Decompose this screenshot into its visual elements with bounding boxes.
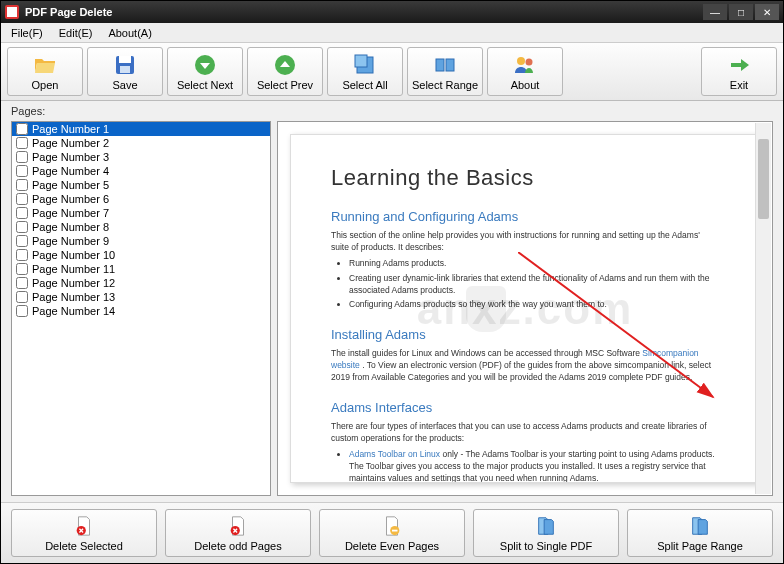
page-item-label: Page Number 9: [32, 235, 109, 247]
page-item-label: Page Number 4: [32, 165, 109, 177]
page-item-label: Page Number 11: [32, 263, 115, 275]
exit-button[interactable]: Exit: [701, 47, 777, 96]
page-list-item[interactable]: Page Number 13: [12, 290, 270, 304]
page-checkbox[interactable]: [16, 165, 28, 177]
page-checkbox[interactable]: [16, 235, 28, 247]
page-checkbox[interactable]: [16, 179, 28, 191]
save-button[interactable]: Save: [87, 47, 163, 96]
select-all-label: Select All: [342, 79, 387, 91]
page-list-item[interactable]: Page Number 12: [12, 276, 270, 290]
page-list[interactable]: Page Number 1Page Number 2Page Number 3P…: [11, 121, 271, 496]
page-list-item[interactable]: Page Number 4: [12, 164, 270, 178]
select-all-button[interactable]: Select All: [327, 47, 403, 96]
minimize-button[interactable]: —: [703, 4, 727, 20]
select-prev-label: Select Prev: [257, 79, 313, 91]
svg-point-9: [517, 57, 525, 65]
menu-edit[interactable]: Edit(E): [51, 25, 101, 41]
folder-open-icon: [33, 53, 57, 77]
delete-selected-button[interactable]: Delete Selected: [11, 509, 157, 557]
about-button[interactable]: About: [487, 47, 563, 96]
page-list-item[interactable]: Page Number 10: [12, 248, 270, 262]
preview-link[interactable]: Adams Toolbar on Linux: [349, 449, 440, 459]
split-single-label: Split to Single PDF: [500, 540, 592, 552]
page-item-label: Page Number 13: [32, 291, 115, 303]
page-delete-odd-icon: [226, 514, 250, 538]
page-checkbox[interactable]: [16, 263, 28, 275]
split-range-icon: [688, 514, 712, 538]
select-next-button[interactable]: Select Next: [167, 47, 243, 96]
preview-text: This section of the online help provides…: [331, 230, 719, 254]
titlebar: PDF Page Delete — □ ✕: [1, 1, 783, 23]
preview-list-item: Configuring Adams products so they work …: [349, 299, 719, 311]
scroll-thumb[interactable]: [758, 139, 769, 219]
page-list-item[interactable]: Page Number 6: [12, 192, 270, 206]
people-icon: [513, 53, 537, 77]
page-item-label: Page Number 1: [32, 123, 109, 135]
preview-text: There are four types of interfaces that …: [331, 421, 719, 445]
maximize-button[interactable]: □: [729, 4, 753, 20]
page-checkbox[interactable]: [16, 151, 28, 163]
about-label: About: [511, 79, 540, 91]
page-list-item[interactable]: Page Number 2: [12, 136, 270, 150]
select-range-button[interactable]: Select Range: [407, 47, 483, 96]
page-checkbox[interactable]: [16, 221, 28, 233]
split-range-label: Split Page Range: [657, 540, 743, 552]
svg-rect-8: [446, 59, 454, 71]
page-list-item[interactable]: Page Number 3: [12, 150, 270, 164]
svg-rect-7: [436, 59, 444, 71]
preview-heading: Learning the Basics: [331, 165, 719, 191]
pages-label: Pages:: [1, 101, 783, 121]
select-prev-button[interactable]: Select Prev: [247, 47, 323, 96]
page-checkbox[interactable]: [16, 193, 28, 205]
delete-odd-button[interactable]: Delete odd Pages: [165, 509, 311, 557]
delete-even-button[interactable]: Delete Even Pages: [319, 509, 465, 557]
page-list-item[interactable]: Page Number 7: [12, 206, 270, 220]
page-checkbox[interactable]: [16, 123, 28, 135]
page-list-item[interactable]: Page Number 8: [12, 220, 270, 234]
delete-even-label: Delete Even Pages: [345, 540, 439, 552]
pdf-preview-page: Learning the Basics Running and Configur…: [290, 134, 760, 483]
bottom-toolbar: Delete Selected Delete odd Pages Delete …: [1, 502, 783, 563]
split-range-button[interactable]: Split Page Range: [627, 509, 773, 557]
svg-rect-15: [392, 530, 398, 532]
open-button[interactable]: Open: [7, 47, 83, 96]
menu-file[interactable]: File(F): [3, 25, 51, 41]
page-item-label: Page Number 7: [32, 207, 109, 219]
preview-panel: anxz.com Learning the Basics Running and…: [277, 121, 773, 496]
page-list-item[interactable]: Page Number 9: [12, 234, 270, 248]
toolbar: Open Save Select Next Select Prev Select…: [1, 43, 783, 101]
page-item-label: Page Number 5: [32, 179, 109, 191]
page-checkbox[interactable]: [16, 249, 28, 261]
page-checkbox[interactable]: [16, 291, 28, 303]
page-checkbox[interactable]: [16, 305, 28, 317]
split-single-icon: [534, 514, 558, 538]
page-item-label: Page Number 14: [32, 305, 115, 317]
page-list-item[interactable]: Page Number 5: [12, 178, 270, 192]
preview-list: Adams Toolbar on Linux only - The Adams …: [349, 449, 719, 483]
page-list-item[interactable]: Page Number 1: [12, 122, 270, 136]
app-window: PDF Page Delete — □ ✕ File(F) Edit(E) Ab…: [0, 0, 784, 564]
close-button[interactable]: ✕: [755, 4, 779, 20]
page-list-item[interactable]: Page Number 14: [12, 304, 270, 318]
exit-label: Exit: [730, 79, 748, 91]
delete-selected-label: Delete Selected: [45, 540, 123, 552]
page-item-label: Page Number 12: [32, 277, 115, 289]
window-title: PDF Page Delete: [25, 6, 703, 18]
delete-odd-label: Delete odd Pages: [194, 540, 281, 552]
main-area: Page Number 1Page Number 2Page Number 3P…: [1, 121, 783, 502]
page-checkbox[interactable]: [16, 137, 28, 149]
page-item-label: Page Number 10: [32, 249, 115, 261]
menu-about[interactable]: About(A): [100, 25, 159, 41]
svg-rect-6: [355, 55, 367, 67]
preview-scrollbar[interactable]: [755, 123, 771, 494]
save-label: Save: [112, 79, 137, 91]
preview-text: The install guides for Linux and Windows…: [331, 348, 719, 384]
app-icon: [5, 5, 19, 19]
preview-subhead-install: Installing Adams: [331, 327, 719, 342]
page-checkbox[interactable]: [16, 207, 28, 219]
split-single-button[interactable]: Split to Single PDF: [473, 509, 619, 557]
page-item-label: Page Number 6: [32, 193, 109, 205]
arrow-right-icon: [727, 53, 751, 77]
page-checkbox[interactable]: [16, 277, 28, 289]
page-list-item[interactable]: Page Number 11: [12, 262, 270, 276]
